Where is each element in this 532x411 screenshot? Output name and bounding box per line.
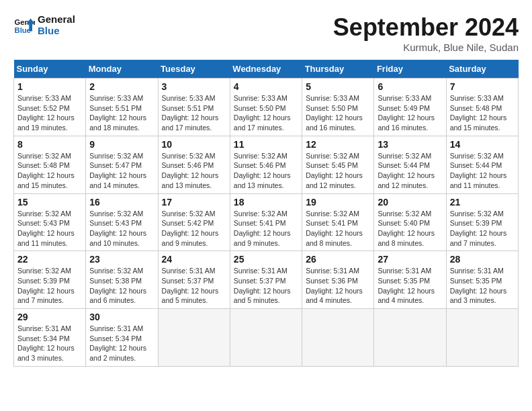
day-header-tuesday: Tuesday (158, 60, 230, 79)
calendar-week-row: 8Sunrise: 5:32 AM Sunset: 5:48 PM Daylig… (14, 136, 519, 193)
day-header-friday: Friday (374, 60, 446, 79)
day-number: 19 (306, 197, 370, 208)
day-number: 1 (17, 81, 82, 92)
day-info: Sunrise: 5:32 AM Sunset: 5:45 PM Dayligh… (306, 151, 370, 191)
day-number: 24 (162, 254, 226, 265)
calendar-cell: 22Sunrise: 5:32 AM Sunset: 5:39 PM Dayli… (14, 251, 86, 309)
day-number: 6 (378, 81, 442, 92)
day-number: 7 (450, 81, 515, 92)
day-number: 8 (17, 139, 82, 150)
day-number: 4 (234, 81, 298, 92)
day-info: Sunrise: 5:33 AM Sunset: 5:50 PM Dayligh… (234, 93, 298, 133)
calendar-cell: 29Sunrise: 5:31 AM Sunset: 5:34 PM Dayli… (14, 309, 86, 367)
calendar-cell: 26Sunrise: 5:31 AM Sunset: 5:36 PM Dayli… (302, 251, 374, 309)
day-info: Sunrise: 5:33 AM Sunset: 5:50 PM Dayligh… (306, 93, 370, 133)
calendar-cell: 9Sunrise: 5:32 AM Sunset: 5:47 PM Daylig… (86, 136, 158, 193)
calendar-cell (230, 309, 302, 367)
calendar-cell: 25Sunrise: 5:31 AM Sunset: 5:37 PM Dayli… (230, 251, 302, 309)
calendar-cell: 5Sunrise: 5:33 AM Sunset: 5:50 PM Daylig… (302, 79, 374, 136)
day-info: Sunrise: 5:32 AM Sunset: 5:38 PM Dayligh… (89, 266, 154, 306)
day-number: 22 (17, 254, 82, 265)
calendar-cell: 1Sunrise: 5:33 AM Sunset: 5:52 PM Daylig… (14, 79, 86, 136)
day-info: Sunrise: 5:33 AM Sunset: 5:52 PM Dayligh… (17, 93, 82, 133)
logo-icon: General Blue (13, 14, 35, 36)
calendar-cell: 19Sunrise: 5:32 AM Sunset: 5:41 PM Dayli… (302, 193, 374, 251)
calendar-cell: 27Sunrise: 5:31 AM Sunset: 5:35 PM Dayli… (374, 251, 446, 309)
day-number: 14 (450, 139, 515, 150)
day-info: Sunrise: 5:33 AM Sunset: 5:51 PM Dayligh… (162, 93, 226, 133)
calendar-cell: 23Sunrise: 5:32 AM Sunset: 5:38 PM Dayli… (86, 251, 158, 309)
day-number: 15 (17, 197, 82, 208)
calendar-cell: 10Sunrise: 5:32 AM Sunset: 5:46 PM Dayli… (158, 136, 230, 193)
day-number: 25 (234, 254, 298, 265)
day-info: Sunrise: 5:31 AM Sunset: 5:35 PM Dayligh… (450, 266, 515, 306)
day-info: Sunrise: 5:31 AM Sunset: 5:34 PM Dayligh… (17, 324, 82, 363)
calendar-cell: 6Sunrise: 5:33 AM Sunset: 5:49 PM Daylig… (374, 79, 446, 136)
calendar-cell (446, 309, 518, 367)
calendar-cell: 20Sunrise: 5:32 AM Sunset: 5:40 PM Dayli… (374, 193, 446, 251)
month-title: September 2024 (333, 13, 519, 42)
calendar-cell: 8Sunrise: 5:32 AM Sunset: 5:48 PM Daylig… (14, 136, 86, 193)
logo: General Blue General Blue (13, 13, 75, 36)
calendar-cell: 4Sunrise: 5:33 AM Sunset: 5:50 PM Daylig… (230, 79, 302, 136)
day-header-saturday: Saturday (446, 60, 518, 79)
calendar-cell: 12Sunrise: 5:32 AM Sunset: 5:45 PM Dayli… (302, 136, 374, 193)
day-info: Sunrise: 5:32 AM Sunset: 5:48 PM Dayligh… (17, 151, 82, 191)
day-info: Sunrise: 5:33 AM Sunset: 5:51 PM Dayligh… (89, 93, 154, 133)
calendar-cell: 3Sunrise: 5:33 AM Sunset: 5:51 PM Daylig… (158, 79, 230, 136)
logo-text-general: General (38, 13, 75, 25)
day-info: Sunrise: 5:31 AM Sunset: 5:37 PM Dayligh… (234, 266, 298, 306)
svg-text:Blue: Blue (15, 26, 31, 34)
day-number: 16 (89, 197, 154, 208)
day-header-wednesday: Wednesday (230, 60, 302, 79)
calendar-week-row: 1Sunrise: 5:33 AM Sunset: 5:52 PM Daylig… (14, 79, 519, 136)
calendar-cell: 11Sunrise: 5:32 AM Sunset: 5:46 PM Dayli… (230, 136, 302, 193)
calendar-header-row: SundayMondayTuesdayWednesdayThursdayFrid… (14, 60, 519, 79)
calendar-week-row: 29Sunrise: 5:31 AM Sunset: 5:34 PM Dayli… (14, 309, 519, 367)
calendar-cell: 13Sunrise: 5:32 AM Sunset: 5:44 PM Dayli… (374, 136, 446, 193)
day-info: Sunrise: 5:32 AM Sunset: 5:43 PM Dayligh… (89, 209, 154, 248)
calendar-cell: 30Sunrise: 5:31 AM Sunset: 5:34 PM Dayli… (86, 309, 158, 367)
day-info: Sunrise: 5:32 AM Sunset: 5:46 PM Dayligh… (162, 151, 226, 191)
calendar-cell: 14Sunrise: 5:32 AM Sunset: 5:44 PM Dayli… (446, 136, 518, 193)
day-number: 17 (162, 197, 226, 208)
day-info: Sunrise: 5:32 AM Sunset: 5:43 PM Dayligh… (17, 209, 82, 248)
day-number: 9 (89, 139, 154, 150)
location-subtitle: Kurmuk, Blue Nile, Sudan (333, 42, 519, 53)
calendar-week-row: 15Sunrise: 5:32 AM Sunset: 5:43 PM Dayli… (14, 193, 519, 251)
calendar-cell: 16Sunrise: 5:32 AM Sunset: 5:43 PM Dayli… (86, 193, 158, 251)
day-number: 27 (378, 254, 442, 265)
day-number: 26 (306, 254, 370, 265)
page-header: General Blue General Blue September 2024… (13, 13, 519, 53)
calendar-cell: 18Sunrise: 5:32 AM Sunset: 5:41 PM Dayli… (230, 193, 302, 251)
day-info: Sunrise: 5:32 AM Sunset: 5:44 PM Dayligh… (378, 151, 442, 191)
day-number: 28 (450, 254, 515, 265)
day-number: 29 (17, 312, 82, 322)
day-info: Sunrise: 5:32 AM Sunset: 5:42 PM Dayligh… (162, 209, 226, 248)
day-info: Sunrise: 5:33 AM Sunset: 5:48 PM Dayligh… (450, 93, 515, 133)
calendar-cell: 21Sunrise: 5:32 AM Sunset: 5:39 PM Dayli… (446, 193, 518, 251)
calendar-cell (302, 309, 374, 367)
day-number: 10 (162, 139, 226, 150)
day-number: 13 (378, 139, 442, 150)
day-number: 12 (306, 139, 370, 150)
day-info: Sunrise: 5:32 AM Sunset: 5:46 PM Dayligh… (234, 151, 298, 191)
logo-text-blue: Blue (38, 25, 75, 36)
day-header-monday: Monday (86, 60, 158, 79)
day-number: 30 (89, 312, 154, 322)
day-number: 23 (89, 254, 154, 265)
calendar-table: SundayMondayTuesdayWednesdayThursdayFrid… (13, 60, 519, 367)
day-number: 2 (89, 81, 154, 92)
day-info: Sunrise: 5:31 AM Sunset: 5:34 PM Dayligh… (89, 324, 154, 363)
day-number: 3 (162, 81, 226, 92)
calendar-cell: 28Sunrise: 5:31 AM Sunset: 5:35 PM Dayli… (446, 251, 518, 309)
calendar-cell: 24Sunrise: 5:31 AM Sunset: 5:37 PM Dayli… (158, 251, 230, 309)
day-info: Sunrise: 5:32 AM Sunset: 5:39 PM Dayligh… (17, 266, 82, 306)
day-info: Sunrise: 5:31 AM Sunset: 5:36 PM Dayligh… (306, 266, 370, 306)
day-info: Sunrise: 5:32 AM Sunset: 5:44 PM Dayligh… (450, 151, 515, 191)
day-info: Sunrise: 5:32 AM Sunset: 5:41 PM Dayligh… (234, 209, 298, 248)
calendar-cell (158, 309, 230, 367)
day-info: Sunrise: 5:32 AM Sunset: 5:41 PM Dayligh… (306, 209, 370, 248)
day-info: Sunrise: 5:31 AM Sunset: 5:37 PM Dayligh… (162, 266, 226, 306)
day-info: Sunrise: 5:31 AM Sunset: 5:35 PM Dayligh… (378, 266, 442, 306)
